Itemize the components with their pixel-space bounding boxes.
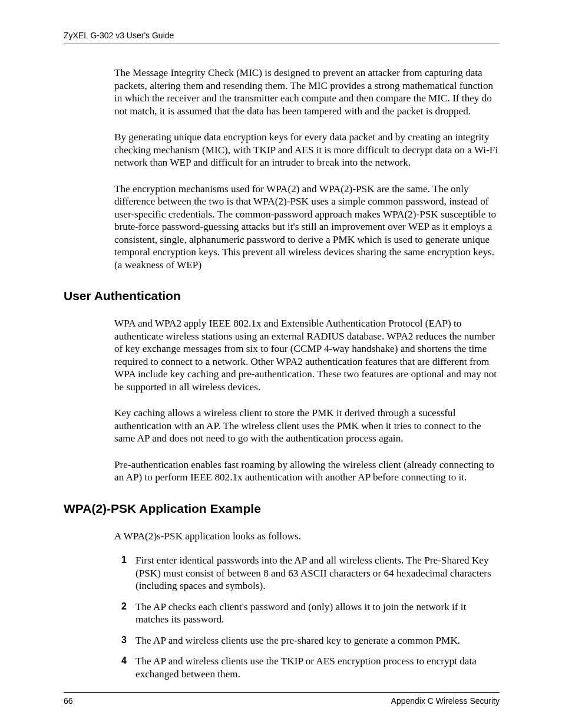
page-number: 66 (64, 696, 73, 706)
step-number: 2 (121, 601, 127, 612)
step-number: 4 (121, 655, 127, 667)
paragraph: By generating unique data encryption key… (114, 131, 498, 169)
steps-list: 1 First enter identical passwords into t… (114, 554, 498, 680)
page: ZyXEL G-302 v3 User's Guide The Message … (0, 0, 562, 728)
step-text: The AP checks each client's password and… (135, 601, 466, 625)
list-item: 1 First enter identical passwords into t… (114, 554, 498, 592)
user-auth-block: WPA and WPA2 apply IEEE 802.1x and Exten… (114, 317, 498, 484)
paragraph: Key caching allows a wireless client to … (114, 407, 498, 445)
list-item: 4 The AP and wireless clients use the TK… (114, 655, 498, 680)
paragraph: The encryption mechanisms used for WPA(2… (114, 183, 498, 272)
list-item: 2 The AP checks each client's password a… (114, 601, 498, 626)
heading-wpa2-psk-example: WPA(2)-PSK Application Example (64, 502, 500, 516)
step-number: 1 (121, 554, 127, 566)
step-number: 3 (121, 634, 127, 646)
paragraph: Pre-authentication enables fast roaming … (114, 459, 498, 484)
step-text: First enter identical passwords into the… (135, 555, 491, 591)
paragraph: A WPA(2)s-PSK application looks as follo… (114, 530, 498, 543)
paragraph: The Message Integrity Check (MIC) is des… (114, 67, 498, 117)
step-text: The AP and wireless clients use the pre-… (135, 635, 460, 646)
step-text: The AP and wireless clients use the TKIP… (135, 655, 477, 680)
heading-user-authentication: User Authentication (64, 289, 500, 303)
intro-block: The Message Integrity Check (MIC) is des… (114, 67, 498, 271)
page-footer: 66 Appendix C Wireless Security (64, 692, 500, 706)
footer-section-label: Appendix C Wireless Security (391, 696, 500, 706)
wpa-psk-intro-block: A WPA(2)s-PSK application looks as follo… (114, 530, 498, 543)
list-item: 3 The AP and wireless clients use the pr… (114, 634, 498, 647)
paragraph: WPA and WPA2 apply IEEE 802.1x and Exten… (114, 317, 498, 393)
running-head: ZyXEL G-302 v3 User's Guide (64, 31, 500, 44)
